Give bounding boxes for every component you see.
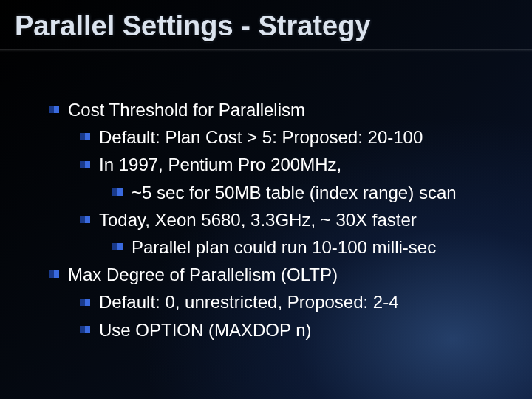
list-item-text: Cost Threshold for Parallelism — [68, 100, 305, 120]
svg-rect-6 — [112, 188, 117, 196]
bullet-icon — [80, 133, 90, 140]
svg-rect-5 — [85, 161, 90, 168]
bullet-icon — [49, 106, 59, 113]
bullet-icon — [80, 326, 90, 333]
list-item: Use OPTION (MAXDOP n) — [49, 316, 502, 344]
list-item: Today, Xeon 5680, 3.3GHz, ~ 30X faster — [49, 206, 502, 233]
list-item: Default: Plan Cost > 5: Proposed: 20-100 — [49, 123, 502, 151]
list-item: ~5 sec for 50MB table (index range) scan — [49, 179, 502, 206]
list-item-text: Max Degree of Parallelism (OLTP) — [68, 265, 338, 284]
slide-body: Cost Threshold for Parallelism Default: … — [49, 96, 502, 344]
bullet-icon — [80, 216, 90, 223]
svg-rect-17 — [85, 326, 90, 333]
svg-rect-2 — [80, 133, 85, 140]
list-item-text: Use OPTION (MAXDOP n) — [99, 320, 312, 340]
list-item-text: Default: Plan Cost > 5: Proposed: 20-100 — [99, 127, 423, 147]
svg-rect-13 — [54, 270, 59, 278]
bullet-icon — [112, 188, 123, 196]
svg-rect-16 — [80, 326, 85, 333]
list-item: Parallel plan could run 10-100 milli-sec — [49, 233, 502, 261]
list-item: Default: 0, unrestricted, Proposed: 2-4 — [49, 288, 502, 316]
list-item-text: Parallel plan could run 10-100 milli-sec — [132, 237, 436, 257]
list-item-text: Today, Xeon 5680, 3.3GHz, ~ 30X faster — [99, 210, 417, 230]
slide: Parallel Settings - Strategy Cost Thresh… — [0, 0, 532, 399]
svg-rect-4 — [80, 161, 85, 168]
svg-rect-12 — [49, 270, 54, 278]
list-item-text: In 1997, Pentium Pro 200MHz, — [99, 154, 341, 174]
title-underline — [0, 49, 532, 52]
svg-rect-15 — [85, 299, 90, 306]
bullet-icon — [112, 243, 123, 250]
svg-rect-14 — [80, 299, 85, 306]
slide-title: Parallel Settings - Strategy — [15, 10, 371, 42]
list-item: Cost Threshold for Parallelism — [49, 96, 502, 123]
list-item: Max Degree of Parallelism (OLTP) — [49, 261, 502, 288]
list-item: In 1997, Pentium Pro 200MHz, — [49, 151, 502, 178]
bullet-icon — [80, 161, 90, 168]
bullet-icon — [49, 270, 59, 278]
svg-rect-3 — [85, 133, 90, 140]
svg-rect-0 — [49, 106, 54, 113]
svg-rect-7 — [117, 188, 123, 196]
svg-rect-9 — [85, 216, 90, 223]
bullet-icon — [80, 299, 90, 306]
svg-rect-1 — [54, 106, 59, 113]
svg-rect-10 — [112, 243, 117, 250]
list-item-text: ~5 sec for 50MB table (index range) scan — [132, 183, 457, 202]
svg-rect-8 — [80, 216, 85, 223]
svg-rect-11 — [117, 243, 123, 250]
list-item-text: Default: 0, unrestricted, Proposed: 2-4 — [99, 292, 399, 312]
